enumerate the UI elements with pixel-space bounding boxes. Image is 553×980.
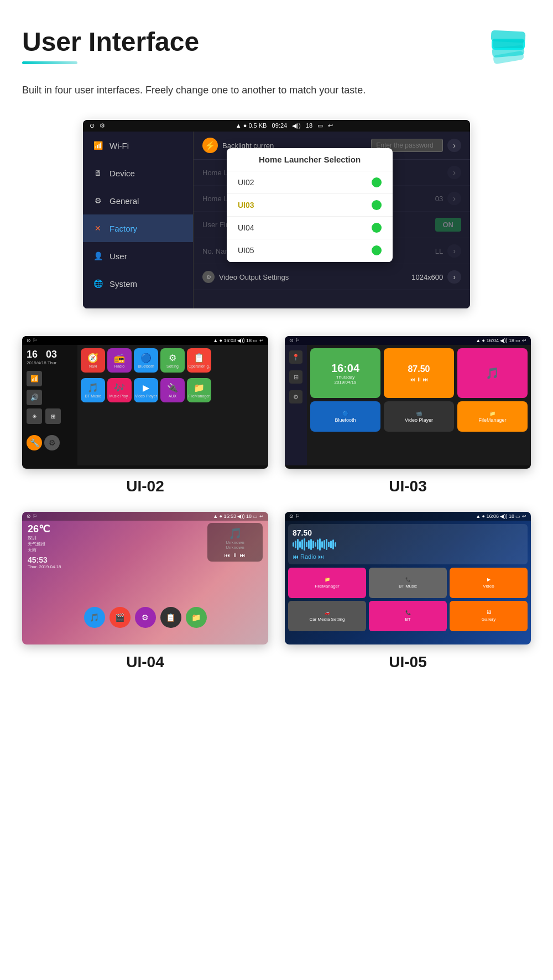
ui03-freq-tile: 87.50 ⏮⏸⏭ (384, 348, 454, 398)
popup-ui05-dot (372, 245, 382, 255)
ui02-wifi-icon: 📶 (27, 371, 42, 386)
ui02-time: 16 03 (27, 349, 73, 359)
ui02-label: UI-02 (126, 478, 164, 495)
ui05-video-app[interactable]: ▶Video (450, 568, 528, 598)
backlight-arrow[interactable]: › (447, 139, 461, 152)
launcher-arrow-2[interactable]: › (447, 192, 461, 205)
ui02-setting-app[interactable]: ⚙ Setting (160, 348, 185, 373)
settings-content: ⚡ Backlight curren › Home Launcher Selec… (194, 132, 470, 308)
ui03-files-tile[interactable]: 📁 FileManager (457, 401, 528, 432)
sidebar-item-wifi[interactable]: 📶 Wi-Fi (83, 132, 193, 159)
title-underline (22, 61, 77, 64)
ui02-vol-icon: 🔊 (27, 390, 42, 405)
ui04-operation-app[interactable]: 📋 (160, 607, 181, 628)
ui04-music-widget: 🎵 Unknown Unknown ⏮⏸⏭ (207, 523, 263, 562)
ui02-card: ⊙ ⚐▲ ● 16:03 ◀)) 18 ▭ ↩ 16 03 2019/4/18 … (22, 336, 268, 495)
ui05-bt-app[interactable]: 📞BT (369, 601, 447, 631)
ui03-screen: ⊙ ⚐▲ ● 16:04 ◀)) 18 ▭ ↩ 📍 ⊞ ⚙ 16:04 Thur… (285, 336, 531, 469)
header: User Interface (22, 28, 531, 66)
ui02-navi-app[interactable]: 🧭 Navi (81, 348, 105, 373)
ui04-files-app[interactable]: 📁 (186, 607, 207, 628)
status-bar: ⊙ ⚙ ▲ ● 0.5 KB 09:24 ◀)) 18 ▭ ↩ (83, 120, 470, 132)
ui03-sidebar: 📍 ⊞ ⚙ (285, 345, 307, 465)
ui02-statusbar: ⊙ ⚐▲ ● 16:03 ◀)) 18 ▭ ↩ (22, 336, 268, 345)
launcher-value-2: 03 (435, 195, 443, 203)
ui05-filemanager-app[interactable]: 📁FileManager (288, 568, 366, 598)
ui05-screen: ⊙ ⚐▲ ● 16:06 ◀)) 18 ▭ ↩ 87.50 (285, 512, 531, 644)
ui02-settings-icon[interactable]: ⚙ (44, 435, 60, 450)
ui05-btmusic-app[interactable]: 📞BT Music (369, 568, 447, 598)
sidebar-general-label: General (109, 196, 139, 206)
ui02-screen: ⊙ ⚐▲ ● 16:03 ◀)) 18 ▭ ↩ 16 03 2019/4/18 … (22, 336, 268, 469)
ui02-filemanager-app[interactable]: 📁 FileManager (187, 378, 211, 402)
sidebar-item-device[interactable]: 🖥 Device (83, 159, 193, 187)
ui05-gallery-app[interactable]: 🖼Gallery (450, 601, 528, 631)
ui04-btmusic-app[interactable]: 🎵 (84, 607, 105, 628)
ui03-bluetooth-tile[interactable]: 🔵 Bluetooth (310, 401, 380, 432)
ui04-setting-app[interactable]: ⚙ (135, 607, 156, 628)
popup-ui02[interactable]: UI02 (227, 171, 393, 194)
ui04-video-app[interactable]: 🎬 (109, 607, 131, 628)
ui05-carmedia-app[interactable]: 🚗Car Media Setting (288, 601, 366, 631)
ui02-radio-app[interactable]: 📻 Radio (107, 348, 132, 373)
ui03-location-icon: 📍 (289, 350, 302, 364)
ui04-screen: ⊙ ⚐▲ ● 15:53 ◀)) 18 ▭ ↩ 26℃ 深圳 天气预报 大雨 4… (22, 512, 268, 644)
sidebar-item-general[interactable]: ⚙ General (83, 187, 193, 214)
gear-icon: ⚙ (92, 195, 104, 207)
ui04-card: ⊙ ⚐▲ ● 15:53 ◀)) 18 ▭ ↩ 26℃ 深圳 天气预报 大雨 4… (22, 512, 268, 671)
popup-ui04-label: UI04 (238, 223, 254, 232)
ui05-wave (293, 537, 523, 551)
popup-ui02-dot (372, 177, 382, 187)
ui05-radio-widget: 87.50 (288, 524, 528, 564)
sidebar-device-label: Device (109, 169, 135, 178)
ui03-card: ⊙ ⚐▲ ● 16:04 ◀)) 18 ▭ ↩ 📍 ⊞ ⚙ 16:04 Thur… (285, 336, 531, 495)
ui02-orange-icon[interactable]: 🔧 (27, 435, 42, 450)
ui02-operation-app[interactable]: 📋 Operation g. (187, 348, 211, 373)
popup-ui03-label: UI03 (238, 201, 254, 209)
sidebar-item-system[interactable]: 🌐 System (83, 270, 193, 297)
ui02-aux-app[interactable]: 🔌 AUX (160, 378, 185, 402)
ui04-weather: 26℃ 深圳 天气预报 大雨 45:53 Thur. 2019.04.18 (28, 523, 61, 569)
ui03-filter-icon: ⊞ (289, 370, 302, 384)
ui05-statusbar: ⊙ ⚐▲ ● 16:06 ◀)) 18 ▭ ↩ (285, 512, 531, 521)
ui02-videoplayer-app[interactable]: ▶ Video Player (134, 378, 158, 402)
ui04-label: UI-04 (126, 653, 164, 671)
ui04-apps: 🎵 🎬 ⚙ 📋 📁 (22, 607, 268, 628)
ui05-label: UI-05 (389, 653, 426, 671)
video-output-label: Video Output Settings (219, 273, 289, 281)
video-output-arrow[interactable]: › (447, 270, 461, 284)
video-output-row: ⚙ Video Output Settings 1024x600› (194, 264, 470, 290)
ui03-music-tile: 🎵 (457, 348, 528, 398)
layers-icon (487, 28, 531, 66)
ui03-statusbar: ⊙ ⚐▲ ● 16:04 ◀)) 18 ▭ ↩ (285, 336, 531, 345)
ui03-video-tile[interactable]: 📹 Video Player (384, 401, 454, 432)
popup-ui05[interactable]: UI05 (227, 239, 393, 262)
popup-ui03[interactable]: UI03 (227, 194, 393, 217)
ui-screenshots-grid: ⊙ ⚐▲ ● 16:03 ◀)) 18 ▭ ↩ 16 03 2019/4/18 … (22, 336, 531, 671)
popup-title: Home Launcher Selection (227, 148, 393, 171)
globe-icon: 🌐 (92, 277, 104, 290)
main-settings-screenshot: ⊙ ⚙ ▲ ● 0.5 KB 09:24 ◀)) 18 ▭ ↩ 📶 Wi-Fi … (83, 120, 470, 308)
ui02-btmusic-app[interactable]: 🎵 BT Music (81, 378, 105, 402)
ui03-content: 16:04 Thursday 2019/04/19 87.50 ⏮⏸⏭ 🎵 (307, 345, 531, 465)
sidebar-item-user[interactable]: 👤 User (83, 242, 193, 270)
no-name-arrow[interactable]: › (447, 244, 461, 258)
page-title: User Interface (22, 28, 199, 57)
ui02-bluetooth-app[interactable]: 🔵 Bluetooth (134, 348, 158, 373)
sidebar-wifi-label: Wi-Fi (109, 141, 129, 150)
ui02-musicplay-app[interactable]: 🎶 Music Play.. (107, 378, 132, 402)
ui05-card: ⊙ ⚐▲ ● 16:06 ◀)) 18 ▭ ↩ 87.50 (285, 512, 531, 671)
subtitle: Built in four user interfaces. Freely ch… (22, 83, 531, 98)
popup-ui04[interactable]: UI04 (227, 217, 393, 239)
launcher-arrow-1[interactable]: › (447, 166, 461, 179)
settings-body: 📶 Wi-Fi 🖥 Device ⚙ General ✕ Factory 👤 U… (83, 132, 470, 308)
on-button[interactable]: ON (435, 218, 462, 232)
ui05-freq: 87.50 (293, 528, 523, 537)
ui02-eq-icon: ⊞ (45, 408, 61, 424)
ui02-date: 2019/4/18 Thur (27, 360, 73, 365)
ui04-statusbar: ⊙ ⚐▲ ● 15:53 ◀)) 18 ▭ ↩ (22, 512, 268, 521)
sidebar-item-factory[interactable]: ✕ Factory (83, 214, 193, 242)
settings-sidebar: 📶 Wi-Fi 🖥 Device ⚙ General ✕ Factory 👤 U… (83, 132, 194, 308)
ui03-settings-icon: ⚙ (289, 390, 302, 403)
status-middle: ▲ ● 0.5 KB 09:24 ◀)) 18 ▭ ↩ (236, 122, 333, 129)
